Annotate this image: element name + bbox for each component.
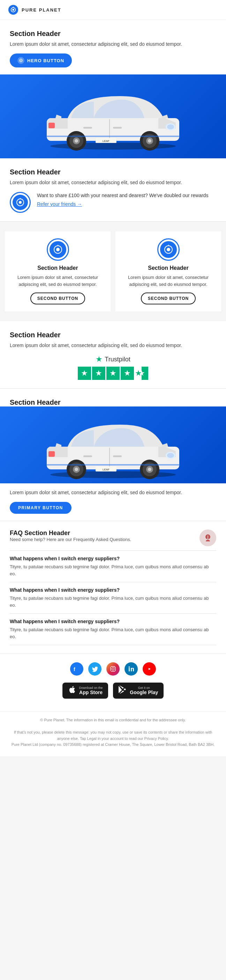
svg-rect-23 bbox=[47, 135, 179, 137]
app-store-button[interactable]: Download on the App Store bbox=[62, 682, 109, 698]
second-hero-section-header: Section Header bbox=[10, 398, 216, 406]
trustpilot-section-body: Lorem ipsum dolor sit amet, consectetur … bbox=[10, 342, 216, 349]
hero-button[interactable]: HERO BUTTON bbox=[10, 54, 72, 67]
svg-point-10 bbox=[74, 139, 78, 143]
svg-point-19 bbox=[167, 124, 174, 129]
twitter-icon[interactable] bbox=[88, 662, 101, 676]
faq-item: What happens when I switch energy suppli… bbox=[10, 613, 216, 645]
hero-section-header: Section Header bbox=[10, 30, 216, 38]
svg-rect-44 bbox=[113, 455, 122, 457]
footer-line2: If that's not you, please delete this me… bbox=[10, 729, 216, 741]
two-col-section: Section Header Lorem ipsum dolor sit ame… bbox=[0, 221, 226, 321]
svg-point-14 bbox=[148, 139, 152, 143]
svg-point-1 bbox=[12, 9, 14, 11]
youtube-icon[interactable] bbox=[143, 662, 156, 676]
linkedin-icon[interactable] bbox=[125, 662, 138, 676]
trustpilot-block: ★ Trustpilot ★ ★ ★ ★ ★ ★ bbox=[10, 355, 216, 380]
col-card-2: Section Header Lorem ipsum dolor sit ame… bbox=[115, 231, 221, 312]
faq-icon bbox=[199, 530, 216, 546]
second-hero-body: Lorem ipsum dolor sit amet, consectetur … bbox=[10, 489, 216, 496]
trustpilot-section-header: Section Header bbox=[10, 331, 216, 339]
logo-icon bbox=[8, 5, 18, 15]
refer-icon-inner bbox=[13, 195, 28, 210]
hero-image-block: LEAF bbox=[0, 75, 226, 158]
hero-button-label: HERO BUTTON bbox=[27, 58, 64, 63]
refer-section: Section Header Lorem ipsum dolor sit ame… bbox=[0, 158, 226, 221]
col-card-1: Section Header Lorem ipsum dolor sit ame… bbox=[5, 231, 111, 312]
faq-item: What happens when I switch energy suppli… bbox=[10, 582, 216, 613]
star-2: ★ bbox=[92, 367, 105, 380]
refer-link[interactable]: Refer your friends → bbox=[37, 201, 208, 207]
col2-icon-inner bbox=[160, 241, 177, 258]
header: PURE PLANET bbox=[0, 0, 226, 20]
svg-point-28 bbox=[56, 248, 60, 251]
instagram-icon[interactable] bbox=[106, 662, 120, 676]
second-hero-image-block: LEAF bbox=[0, 406, 226, 484]
svg-rect-54 bbox=[207, 537, 208, 539]
svg-rect-59 bbox=[129, 668, 130, 671]
faq-section: FAQ Section Header Need some help? Here … bbox=[0, 521, 226, 654]
car-image-container: LEAF bbox=[11, 81, 215, 151]
svg-text:LEAF: LEAF bbox=[103, 468, 109, 471]
svg-point-38 bbox=[74, 468, 78, 471]
svg-rect-16 bbox=[113, 127, 122, 129]
google-play-text: Get it on Google Play bbox=[130, 686, 158, 695]
footer-line3: Pure Planet Ltd (company no. 09735688) r… bbox=[10, 741, 216, 748]
hero-text-section: Section Header Lorem ipsum dolor sit ame… bbox=[0, 20, 226, 75]
google-play-sub: Get it on bbox=[130, 686, 158, 690]
col2-button[interactable]: SECOND BUTTON bbox=[141, 293, 196, 304]
faq-item: What happens when I switch energy suppli… bbox=[10, 550, 216, 582]
faq-subtitle: Need some help? Here are our Frequently … bbox=[10, 537, 131, 542]
faq-title: FAQ Section Header bbox=[10, 530, 131, 537]
second-hero-body-section: Lorem ipsum dolor sit amet, consectetur … bbox=[0, 484, 226, 521]
google-play-name: Google Play bbox=[130, 690, 158, 695]
google-play-button[interactable]: Get it on Google Play bbox=[113, 682, 164, 698]
svg-point-25 bbox=[19, 201, 22, 204]
star-1: ★ bbox=[78, 367, 91, 380]
svg-point-57 bbox=[112, 668, 114, 670]
col1-header: Section Header bbox=[11, 265, 105, 271]
col1-body: Lorem ipsum dolor sit amet, consectetur … bbox=[11, 274, 105, 288]
svg-rect-48 bbox=[49, 451, 55, 457]
hero-section-body: Lorem ipsum dolor sit amet, consectetur … bbox=[10, 41, 216, 48]
brand-name: PURE PLANET bbox=[22, 7, 62, 13]
col2-header: Section Header bbox=[121, 265, 215, 271]
faq-answer-1: Tityre, tu patulae recubans sub tegmine … bbox=[10, 595, 216, 608]
social-icons-row: f bbox=[10, 662, 216, 676]
google-play-icon bbox=[119, 686, 127, 696]
svg-point-31 bbox=[167, 248, 170, 251]
svg-point-42 bbox=[148, 468, 152, 471]
svg-text:f: f bbox=[74, 667, 75, 672]
faq-answer-0: Tityre, tu patulae recubans sub tegmine … bbox=[10, 563, 216, 577]
svg-point-58 bbox=[114, 667, 115, 668]
svg-point-53 bbox=[207, 536, 209, 537]
trustpilot-star-icon: ★ bbox=[96, 355, 103, 364]
col1-icon-inner bbox=[49, 241, 66, 258]
faq-items-container: What happens when I switch energy suppli… bbox=[10, 550, 216, 645]
svg-rect-45 bbox=[83, 455, 92, 457]
app-store-sub: Download on the bbox=[79, 686, 103, 690]
second-hero-header-section: Section Header bbox=[0, 389, 226, 406]
refer-row: Want to share £100 with your nearest and… bbox=[10, 192, 216, 213]
trustpilot-stars: ★ ★ ★ ★ ★ ★ bbox=[10, 367, 216, 380]
facebook-icon[interactable]: f bbox=[70, 662, 83, 676]
trustpilot-name: Trustpilot bbox=[104, 356, 130, 363]
social-section: f bbox=[0, 654, 226, 711]
svg-point-47 bbox=[167, 453, 174, 458]
col1-button[interactable]: SECOND BUTTON bbox=[30, 293, 85, 304]
primary-button[interactable]: PRIMARY BUTTON bbox=[10, 502, 71, 514]
col2-body: Lorem ipsum dolor sit amet, consectetur … bbox=[121, 274, 215, 288]
svg-rect-17 bbox=[83, 127, 92, 129]
second-car-image-container: LEAF bbox=[11, 410, 215, 480]
refer-section-header: Section Header bbox=[10, 168, 216, 176]
faq-header-row: FAQ Section Header Need some help? Here … bbox=[10, 530, 216, 549]
star-4: ★ bbox=[121, 367, 134, 380]
faq-header-text: FAQ Section Header Need some help? Here … bbox=[10, 530, 131, 549]
refer-section-body: Lorem ipsum dolor sit amet, consectetur … bbox=[10, 179, 216, 186]
footer: © Pure Planet. The information in this e… bbox=[0, 711, 226, 756]
faq-answer-2: Tityre, tu patulae recubans sub tegmine … bbox=[10, 626, 216, 640]
faq-question-2: What happens when I switch energy suppli… bbox=[10, 619, 216, 624]
refer-promo-text: Want to share £100 with your nearest and… bbox=[37, 192, 208, 199]
trustpilot-logo: ★ Trustpilot bbox=[10, 355, 216, 364]
faq-question-0: What happens when I switch energy suppli… bbox=[10, 556, 216, 561]
